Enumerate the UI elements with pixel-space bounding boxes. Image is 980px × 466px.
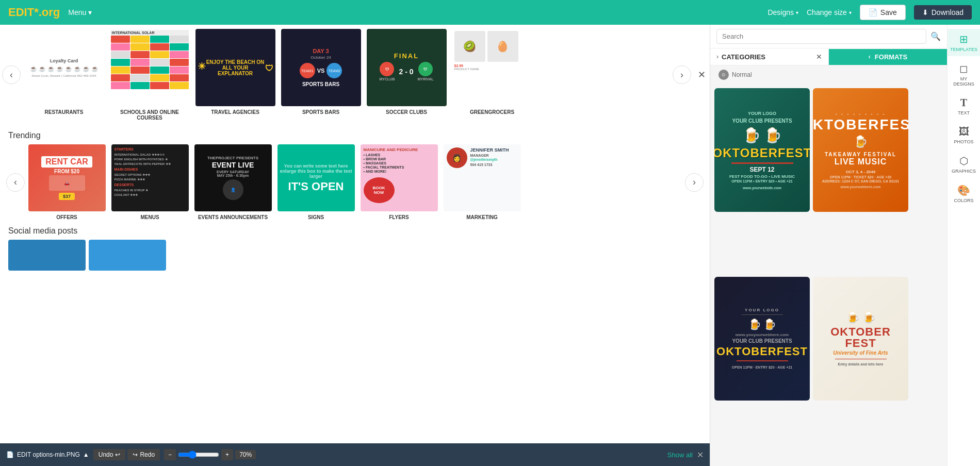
- category-restaurants[interactable]: Loyalty Card ☕☕☕ ☕☕☕ ☕☕ Street Court, Ne…: [23, 29, 105, 121]
- filter-categories-clear[interactable]: ✕: [816, 53, 822, 61]
- category-strip: ‹ Loyalty Card ☕☕☕ ☕☕☕ ☕☕ Street Court, …: [0, 25, 710, 125]
- logo: EDIT*.org: [8, 6, 60, 19]
- main-layout: ‹ Loyalty Card ☕☕☕ ☕☕☕ ☕☕ Street Court, …: [0, 25, 980, 466]
- template-card-okt2[interactable]: - - - - - - - - - OKTOBERFEST 🍺 TAKEAWAY…: [813, 88, 908, 212]
- sidebar-item-my-designs[interactable]: ◻ MY DESIGNS: [948, 58, 980, 91]
- zoom-value: 70%: [235, 450, 256, 459]
- category-greengrocers-image: 🥝 🥚 $2.99 PRODUCT NAME: [452, 29, 532, 106]
- social-thumb-2[interactable]: [89, 240, 166, 271]
- sidebar-item-colors-label: COLORS: [954, 198, 973, 203]
- social-thumb-1[interactable]: [8, 240, 86, 271]
- trend-events-label: EVENTS ANNOUNCEMENTS: [198, 214, 268, 220]
- change-size-button[interactable]: Change size ▾: [807, 8, 852, 16]
- category-soccer-label: SOCCER CLUBS: [386, 109, 427, 115]
- sidebar-item-templates-label: TEMPLATES: [950, 47, 977, 52]
- category-sports-image: DAY 3 October 24 TEAM1 VS TEAM2 SPORTS B…: [281, 29, 361, 106]
- left-panel: ‹ Loyalty Card ☕☕☕ ☕☕☕ ☕☕ Street Court, …: [0, 25, 710, 466]
- filter-categories-label: CATEGORIES: [722, 53, 765, 61]
- colors-icon: 🎨: [957, 184, 970, 196]
- social-strip: [8, 240, 701, 271]
- category-restaurants-label: RESTAURANTS: [45, 109, 84, 115]
- filter-formats-button[interactable]: ‹ FORMATS: [829, 49, 947, 65]
- filter-row: › CATEGORIES ✕ ‹ FORMATS: [710, 48, 947, 65]
- trend-signs-label: SIGNS: [308, 214, 324, 220]
- strip-next-button[interactable]: ›: [673, 65, 691, 84]
- trending-title: Trending: [0, 125, 710, 144]
- zoom-controls: − + 70%: [164, 449, 256, 460]
- zoom-out-button[interactable]: −: [164, 449, 176, 460]
- trend-marketing[interactable]: 👩 JENNIFER SMITH MANAGER @jennifersmyth …: [442, 144, 522, 220]
- sidebar-item-photos-label: PHOTOS: [954, 139, 974, 144]
- bottom-bar: 📄 EDIT options-min.PNG ▲ Undo ↩ ↪ Redo −…: [0, 443, 710, 466]
- category-sports-label: SPORTS BARS: [302, 109, 339, 115]
- sidebar-item-my-designs-label: MY DESIGNS: [950, 76, 978, 87]
- bottom-file-info: 📄 EDIT options-min.PNG ▲: [6, 451, 89, 458]
- zoom-slider[interactable]: [178, 451, 219, 459]
- trend-offers[interactable]: RENT CAR FROM $20 🚗 $37 OFFERS: [27, 144, 107, 220]
- trend-menus-label: MENUS: [140, 214, 159, 220]
- sidebar-item-graphics-label: GRAPHICS: [952, 169, 976, 174]
- sidebar-item-photos[interactable]: 🖼 PHOTOS: [948, 122, 980, 148]
- templates-normal-row: ⊙ Normal: [710, 65, 947, 84]
- logo-org: .org: [39, 6, 60, 19]
- category-travel[interactable]: ☀ ENJOY THE BEACH ON ALL YOUR EXPLANATOR…: [194, 29, 276, 121]
- search-row: 🔍: [710, 25, 947, 48]
- logo-star: *: [34, 6, 39, 19]
- right-panel: 🔍 › CATEGORIES ✕ ‹ FORMATS ⊙ Normal: [710, 25, 947, 466]
- sidebar-item-colors[interactable]: 🎨 COLORS: [948, 180, 980, 207]
- category-greengrocers-label: GREENGROCERS: [470, 109, 514, 115]
- trending-prev-button[interactable]: ‹: [6, 173, 25, 192]
- download-button[interactable]: ⬇ Download: [914, 5, 972, 20]
- category-schools-image: INTERNATIONAL SOLAR: [110, 29, 190, 106]
- category-greengrocers[interactable]: 🥝 🥚 $2.99 PRODUCT NAME GREENGROCERS: [451, 29, 533, 121]
- trend-menus[interactable]: STARTERS INTERNATIONAL SALAD ★★★☆☆ PORK …: [110, 144, 190, 220]
- category-soccer[interactable]: FINAL 🛡 MYCLUB 2 - 0 🛡 MYRIVAL: [365, 29, 448, 121]
- trend-menus-image: STARTERS INTERNATIONAL SALAD ★★★☆☆ PORK …: [111, 144, 189, 211]
- social-section: Social media posts: [0, 220, 710, 277]
- zoom-in-button[interactable]: +: [221, 449, 233, 460]
- trend-flyers-image: MANICURE AND PEDICURE • LASHES • BROW BA…: [361, 144, 438, 211]
- trending-next-button[interactable]: ›: [685, 173, 704, 192]
- strip-close-button[interactable]: ✕: [693, 66, 710, 83]
- sidebar-item-text[interactable]: T TEXT: [948, 93, 980, 120]
- undo-button[interactable]: Undo ↩: [93, 449, 126, 460]
- normal-badge: ⊙: [718, 70, 729, 80]
- trend-events[interactable]: THEPROJECT PRESENTS EVENT LIVE EVERY SAT…: [193, 144, 273, 220]
- text-icon: T: [960, 97, 967, 109]
- undo-redo-group: Undo ↩ ↪ Redo: [93, 449, 160, 460]
- category-travel-label: TRAVEL AGENCIES: [211, 109, 259, 115]
- template-card-okt1[interactable]: YOUR LOGO YOUR CLUB PRESENTS 🍺 🍺 OKTOBER…: [714, 88, 810, 212]
- sidebar-item-templates[interactable]: ⊞ TEMPLATES: [948, 29, 980, 56]
- redo-button[interactable]: ↪ Redo: [127, 449, 160, 460]
- category-sports[interactable]: DAY 3 October 24 TEAM1 VS TEAM2 SPORTS B…: [280, 29, 362, 121]
- show-all-button[interactable]: Show all: [667, 451, 693, 459]
- trend-offers-image: RENT CAR FROM $20 🚗 $37: [28, 144, 106, 211]
- file-name: EDIT options-min.PNG: [17, 451, 80, 458]
- photos-icon: 🖼: [959, 126, 969, 138]
- sidebar-item-text-label: TEXT: [958, 110, 970, 115]
- category-schools[interactable]: INTERNATIONAL SOLAR SCHOOLS AND ONLINE C…: [108, 29, 191, 121]
- trend-offers-label: OFFERS: [56, 214, 77, 220]
- strip-prev-button[interactable]: ‹: [2, 65, 21, 84]
- template-card-okt3[interactable]: YOUR LOGO 🍺 🍺 www.youyourwebhere.com YOU…: [714, 277, 810, 401]
- trend-events-image: THEPROJECT PRESENTS EVENT LIVE EVERY SAT…: [194, 144, 272, 211]
- trend-flyers[interactable]: MANICURE AND PEDICURE • LASHES • BROW BA…: [359, 144, 439, 220]
- bottom-close-button[interactable]: ✕: [697, 450, 704, 460]
- trend-signs[interactable]: You can write some text here enlarge thi…: [276, 144, 356, 220]
- template-card-okt4[interactable]: 🍺 🍺 OKTOBER FEST University of Fine Arts…: [813, 277, 908, 401]
- my-designs-icon: ◻: [959, 62, 968, 75]
- sidebar-item-graphics[interactable]: ⬡ GRAPHICS: [948, 151, 980, 178]
- category-soccer-image: FINAL 🛡 MYCLUB 2 - 0 🛡 MYRIVAL: [367, 29, 447, 106]
- search-icon[interactable]: 🔍: [930, 31, 941, 41]
- search-input[interactable]: [716, 29, 926, 44]
- social-title: Social media posts: [8, 226, 701, 236]
- designs-button[interactable]: Designs ▾: [767, 8, 798, 16]
- trend-marketing-label: MARKETING: [466, 214, 498, 220]
- template-grid: YOUR LOGO YOUR CLUB PRESENTS 🍺 🍺 OKTOBER…: [710, 84, 947, 466]
- category-travel-image: ☀ ENJOY THE BEACH ON ALL YOUR EXPLANATOR…: [195, 29, 275, 106]
- save-button[interactable]: 📄 Save: [860, 5, 906, 20]
- normal-label: Normal: [732, 71, 752, 78]
- filter-categories-button[interactable]: › CATEGORIES ✕: [710, 48, 829, 65]
- topbar: EDIT*.org Menu ▾ Designs ▾ Change size ▾…: [0, 0, 980, 25]
- menu-button[interactable]: Menu ▾: [68, 8, 92, 16]
